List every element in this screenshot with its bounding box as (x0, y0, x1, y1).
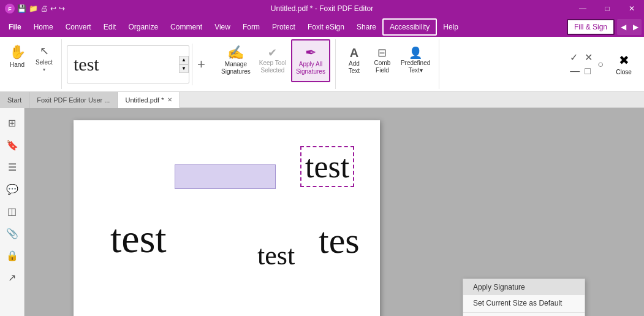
manage-signatures-button[interactable]: ✍ ManageSignatures (218, 39, 254, 82)
menu-edit[interactable]: Edit (97, 18, 123, 36)
checkmark-icon[interactable]: ✓ (570, 52, 580, 63)
nav-next[interactable]: ▶ (629, 19, 642, 35)
sidebar-pages[interactable]: ◫ (2, 201, 22, 221)
sidebar-comments[interactable]: 💬 (2, 179, 22, 199)
title-bar-left: F 💾 📁 🖨 ↩ ↪ (5, 4, 65, 13)
sidebar-bookmarks[interactable]: 🔖 (2, 135, 22, 155)
select-icon: ↖ (40, 44, 49, 58)
apply-all-signatures-button[interactable]: ✒ Apply AllSignatures (291, 39, 330, 82)
sig-preview-text: test (74, 54, 99, 75)
tab-close-icon[interactable]: ✕ (167, 96, 172, 103)
signature-right-tes[interactable]: tes (319, 220, 360, 262)
apply-all-label: Apply AllSignatures (296, 61, 325, 75)
ribbon: ✋ Hand ↖ Select ▾ test ▲ ▼ + (0, 37, 644, 92)
sidebar-export[interactable]: ↗ (2, 268, 22, 287)
title-bar: F 💾 📁 🖨 ↩ ↪ Untitled.pdf * - Foxit PDF E… (0, 0, 644, 17)
context-menu: Apply Signature Set Current Size as Defa… (463, 279, 585, 316)
sig-scroll-content[interactable]: test (67, 46, 176, 83)
menu-share[interactable]: Share (350, 18, 382, 36)
comb-field-label: CombField (374, 60, 391, 74)
signature-large-test[interactable]: test (110, 215, 167, 262)
quick-print-icon[interactable]: 🖨 (40, 4, 48, 13)
svg-text:F: F (8, 6, 12, 12)
content-area[interactable]: test test tes test Apply Signature Set C… (25, 108, 644, 316)
context-apply-signature[interactable]: Apply Signature (463, 279, 585, 295)
menu-accessibility[interactable]: Accessibility (382, 18, 437, 36)
keep-tool-icon: ✔ (268, 47, 277, 58)
close-button-ribbon[interactable]: ✖ Close (608, 43, 639, 86)
sidebar-thumbnails[interactable]: ⊞ (2, 113, 22, 133)
menu-home[interactable]: Home (28, 18, 59, 36)
context-set-default-size[interactable]: Set Current Size as Default (463, 295, 585, 311)
add-signature-button[interactable]: + (192, 44, 210, 85)
signature-medium-test[interactable]: test (257, 240, 295, 271)
signature-highlighted[interactable]: test (300, 146, 354, 187)
tab-start[interactable]: Start (0, 92, 29, 108)
hand-select-section: ✋ Hand ↖ Select ▾ (0, 39, 62, 89)
fill-sign-button[interactable]: Fill & Sign (567, 19, 615, 35)
predefined-text-icon: 👤 (409, 47, 422, 58)
sig-scroll-up[interactable]: ▲ (179, 56, 189, 64)
quick-open-icon[interactable]: 📁 (29, 4, 38, 13)
signature-scroll-section: test ▲ ▼ + (62, 39, 213, 89)
quick-save-icon[interactable]: 💾 (17, 4, 26, 13)
nav-prev[interactable]: ◀ (617, 19, 629, 35)
signature-placeholder-box[interactable] (175, 164, 276, 189)
sidebar-attachments[interactable]: 📎 (2, 223, 22, 243)
square-icon[interactable]: □ (585, 66, 593, 77)
window-controls: — □ ✕ (570, 0, 644, 17)
sig-scroll-down[interactable]: ▼ (179, 64, 189, 73)
menu-file[interactable]: File (2, 18, 28, 36)
menu-bar: File Home Convert Edit Organize Comment … (0, 17, 644, 37)
menu-foxit-esign[interactable]: Foxit eSign (301, 18, 350, 36)
menu-form[interactable]: Form (237, 18, 266, 36)
select-tool-button[interactable]: ↖ Select ▾ (32, 42, 56, 75)
add-text-icon: A (350, 47, 358, 59)
add-text-button[interactable]: A AddText (341, 39, 368, 82)
menu-organize[interactable]: Organize (122, 18, 164, 36)
comb-field-button[interactable]: ⊟ CombField (369, 39, 396, 82)
select-dropdown-icon: ▾ (43, 67, 45, 72)
left-sidebar: ⊞ 🔖 ☰ 💬 ◫ 📎 🔒 ↗ (0, 108, 25, 316)
manage-signatures-label: ManageSignatures (221, 61, 251, 75)
sig-scroll-arrows: ▲ ▼ (179, 56, 189, 73)
quick-undo-icon[interactable]: ↩ (50, 4, 56, 13)
sidebar-layers[interactable]: ☰ (2, 157, 22, 177)
tab-untitled[interactable]: Untitled.pdf * ✕ (118, 92, 180, 108)
cross-icon[interactable]: ✕ (585, 52, 593, 63)
menu-view[interactable]: View (208, 18, 237, 36)
circle-icon[interactable]: ○ (597, 59, 604, 70)
tab-bar: Start Foxit PDF Editor User ... Untitled… (0, 92, 644, 108)
predefined-text-button[interactable]: 👤 PredefinedText▾ (397, 39, 434, 82)
nav-arrows: ◀ ▶ (617, 19, 642, 35)
manage-signatures-icon: ✍ (227, 46, 244, 60)
add-text-label: AddText (349, 60, 360, 75)
hand-select-row: ✋ Hand ↖ Select ▾ (5, 42, 56, 75)
markup-row1: ✓ — (570, 52, 580, 77)
minus-icon[interactable]: — (570, 66, 580, 77)
menu-help[interactable]: Help (437, 18, 464, 36)
sidebar-security[interactable]: 🔒 (2, 245, 22, 265)
sig-scroll-inner: test ▲ ▼ (67, 46, 189, 83)
close-ribbon-icon: ✖ (619, 53, 629, 67)
main-area: ⊞ 🔖 ☰ 💬 ◫ 📎 🔒 ↗ test test tes test Apply (0, 108, 644, 316)
keep-tool-selected-button[interactable]: ✔ Keep ToolSelected (256, 39, 290, 82)
menu-comment[interactable]: Comment (164, 18, 208, 36)
hand-label: Hand (10, 61, 25, 68)
text-tools-section: A AddText ⊟ CombField 👤 PredefinedText▾ (336, 39, 439, 89)
close-button[interactable]: ✕ (619, 0, 644, 17)
context-divider-1 (463, 312, 585, 313)
quick-redo-icon[interactable]: ↪ (59, 4, 65, 13)
maximize-button[interactable]: □ (595, 0, 619, 17)
app-icon: F (5, 4, 15, 13)
menu-protect[interactable]: Protect (266, 18, 301, 36)
manage-sig-tools: ✍ ManageSignatures ✔ Keep ToolSelected ✒… (218, 39, 330, 89)
manage-signatures-section: ✍ ManageSignatures ✔ Keep ToolSelected ✒… (213, 39, 336, 89)
markup-tools-section: ✓ — ✕ □ ○ ✖ Close (565, 39, 644, 89)
select-label: Select (36, 59, 53, 66)
minimize-button[interactable]: — (570, 0, 595, 17)
markup-tools-row: ✓ — ✕ □ ○ ✖ Close (570, 39, 639, 89)
menu-convert[interactable]: Convert (59, 18, 97, 36)
tab-foxit-user[interactable]: Foxit PDF Editor User ... (29, 92, 118, 108)
hand-tool-button[interactable]: ✋ Hand (5, 42, 29, 75)
